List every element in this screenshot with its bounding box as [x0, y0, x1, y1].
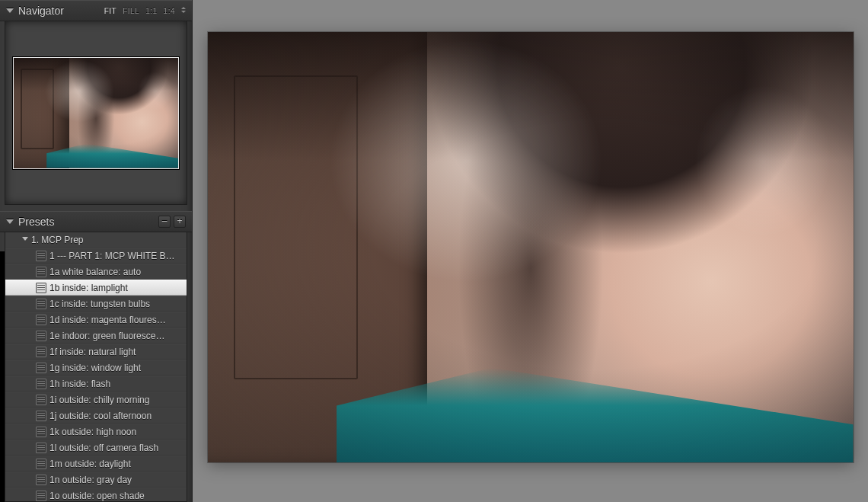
preset-icon	[36, 459, 46, 469]
preset-icon	[36, 363, 46, 373]
preset-icon	[36, 411, 46, 421]
preset-item-label: 1n outside: gray day	[49, 475, 132, 485]
preset-item[interactable]: 1d inside: magenta floures…	[5, 312, 187, 328]
preset-icon	[36, 299, 46, 309]
preset-item[interactable]: 1k outside: high noon	[5, 424, 187, 440]
chevron-down-icon[interactable]	[6, 8, 14, 13]
preset-icon	[36, 283, 46, 293]
preset-icon	[36, 443, 46, 453]
zoom-fit[interactable]: FIT	[104, 7, 117, 15]
navigator-zoom-options: FIT FILL 1:1 1:4	[104, 7, 186, 15]
preset-item-label: 1d inside: magenta floures…	[49, 315, 166, 325]
preset-item[interactable]: 1a white balance: auto	[5, 264, 187, 280]
preset-item-label: 1c inside: tungsten bulbs	[49, 299, 150, 309]
zoom-fill[interactable]: FILL	[123, 7, 139, 15]
sidebar-edge	[0, 251, 5, 502]
presets-title: Presets	[18, 216, 54, 228]
preset-item[interactable]: 1m outside: daylight	[5, 456, 187, 472]
main-image-frame[interactable]	[208, 32, 854, 462]
presets-list: 1. MCP Prep 1 --- PART 1: MCP WHITE B…1a…	[5, 232, 187, 502]
preset-item-label: 1f inside: natural light	[49, 347, 136, 357]
preset-item[interactable]: 1g inside: window light	[5, 360, 187, 376]
zoom-1-4[interactable]: 1:4	[164, 7, 175, 15]
preset-item-label: 1e indoor: green fluoresce…	[49, 331, 164, 341]
preset-item-label: 1b inside: lamplight	[49, 283, 128, 293]
preset-item[interactable]: 1f inside: natural light	[5, 344, 187, 360]
preset-item[interactable]: 1h inside: flash	[5, 376, 187, 392]
main-canvas[interactable]	[193, 0, 868, 502]
preset-item[interactable]: 1i outside: chilly morning	[5, 392, 187, 408]
preset-item-label: 1g inside: window light	[49, 363, 141, 373]
preset-icon	[36, 475, 46, 485]
preset-icon	[36, 379, 46, 389]
navigator-thumbnail[interactable]	[13, 57, 179, 169]
preset-item[interactable]: 1n outside: gray day	[5, 472, 187, 488]
preset-item[interactable]: 1l outside: off camera flash	[5, 440, 187, 456]
main-image	[208, 32, 854, 462]
chevron-down-icon[interactable]	[22, 237, 28, 241]
preset-icon	[36, 395, 46, 405]
zoom-stepper[interactable]	[181, 7, 186, 15]
preset-item-label: 1o outside: open shade	[49, 491, 145, 501]
preset-item-label: 1j outside: cool afternoon	[49, 411, 152, 421]
preset-item-label: 1h inside: flash	[49, 379, 110, 389]
thumbnail-image	[14, 58, 178, 168]
presets-add-button[interactable]: +	[174, 216, 186, 228]
preset-item-label: 1k outside: high noon	[49, 427, 136, 437]
app-root: Navigator FIT FILL 1:1 1:4	[0, 0, 868, 502]
preset-item-label: 1i outside: chilly morning	[49, 395, 149, 405]
preset-item-label: 1l outside: off camera flash	[49, 443, 158, 453]
presets-header[interactable]: Presets – +	[0, 211, 192, 232]
preset-item-label: 1a white balance: auto	[49, 267, 141, 277]
preset-item[interactable]: 1e indoor: green fluoresce…	[5, 328, 187, 344]
zoom-1-1[interactable]: 1:1	[145, 7, 157, 15]
left-sidebar: Navigator FIT FILL 1:1 1:4	[0, 0, 193, 502]
navigator-title: Navigator	[18, 5, 64, 17]
preset-icon	[36, 331, 46, 341]
preset-item[interactable]: 1b inside: lamplight	[5, 280, 187, 296]
preset-item-label: 1 --- PART 1: MCP WHITE B…	[49, 251, 174, 261]
preset-icon	[36, 491, 46, 501]
preset-item[interactable]: 1o outside: open shade	[5, 488, 187, 502]
chevron-down-icon[interactable]	[6, 219, 14, 224]
preset-icon	[36, 251, 46, 261]
preset-item[interactable]: 1c inside: tungsten bulbs	[5, 296, 187, 312]
presets-remove-button[interactable]: –	[158, 216, 171, 228]
navigator-body	[5, 21, 187, 205]
preset-icon	[36, 347, 46, 357]
navigator-header[interactable]: Navigator FIT FILL 1:1 1:4	[0, 0, 192, 21]
preset-item[interactable]: 1 --- PART 1: MCP WHITE B…	[5, 248, 187, 264]
preset-folder-label: 1. MCP Prep	[31, 235, 83, 245]
preset-item-label: 1m outside: daylight	[49, 459, 131, 469]
preset-icon	[36, 267, 46, 277]
preset-folder[interactable]: 1. MCP Prep	[5, 232, 187, 248]
preset-icon	[36, 315, 46, 325]
preset-icon	[36, 427, 46, 437]
preset-item[interactable]: 1j outside: cool afternoon	[5, 408, 187, 424]
